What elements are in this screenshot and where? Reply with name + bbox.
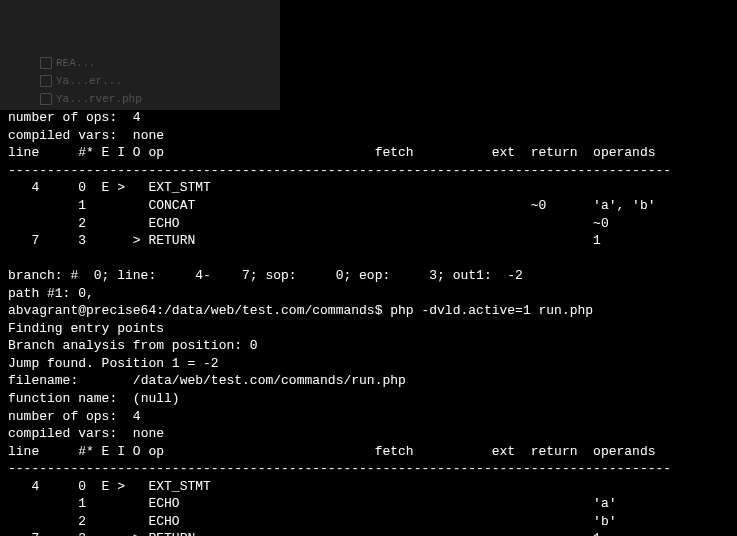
table-header: line #* E I O op fetch ext return operan… bbox=[8, 145, 656, 160]
opcode-row: 2 ECHO ~0 bbox=[8, 216, 609, 231]
jump-line: Jump found. Position 1 = -2 bbox=[8, 356, 219, 371]
branch-analysis-line: Branch analysis from position: 0 bbox=[8, 338, 258, 353]
command-line: abvagrant@precise64:/data/web/test.com/c… bbox=[8, 303, 593, 318]
file-item: Ya...er... bbox=[40, 74, 122, 89]
divider: ----------------------------------------… bbox=[8, 461, 671, 476]
opcode-row: 4 0 E > EXT_STMT bbox=[8, 180, 211, 195]
opcode-row: 7 3 > RETURN 1 bbox=[8, 531, 601, 536]
finding-line: Finding entry points bbox=[8, 321, 164, 336]
compiled-vars-value: none bbox=[133, 128, 164, 143]
path-line: path #1: 0, bbox=[8, 286, 94, 301]
file-icon bbox=[40, 57, 52, 69]
opcode-row: 2 ECHO 'b' bbox=[8, 514, 617, 529]
divider: ----------------------------------------… bbox=[8, 163, 671, 178]
num-ops-value: 4 bbox=[133, 409, 141, 424]
funcname-label: function name: bbox=[8, 391, 117, 406]
compiled-vars-value: none bbox=[133, 426, 164, 441]
filename-label: filename: bbox=[8, 373, 78, 388]
file-label: REA... bbox=[56, 56, 96, 71]
file-label: Ya...rver.php bbox=[56, 92, 142, 107]
file-icon bbox=[40, 93, 52, 105]
file-icon bbox=[40, 75, 52, 87]
sidebar-overlay: REA... Ya...er... Ya...rver.php bbox=[0, 0, 280, 110]
opcode-row: 1 ECHO 'a' bbox=[8, 496, 617, 511]
opcode-row: 7 3 > RETURN 1 bbox=[8, 233, 601, 248]
filename-value: /data/web/test.com/commands/run.php bbox=[133, 373, 406, 388]
table-header: line #* E I O op fetch ext return operan… bbox=[8, 444, 656, 459]
compiled-vars-label: compiled vars: bbox=[8, 426, 117, 441]
terminal-output[interactable]: number of ops: 4 compiled vars: none lin… bbox=[8, 109, 729, 536]
file-item: Ya...rver.php bbox=[40, 92, 142, 107]
funcname-value: (null) bbox=[133, 391, 180, 406]
file-label: Ya...er... bbox=[56, 74, 122, 89]
branch-line: branch: # 0; line: 4- 7; sop: 0; eop: 3;… bbox=[8, 268, 523, 283]
opcode-row: 1 CONCAT ~0 'a', 'b' bbox=[8, 198, 656, 213]
num-ops-label: number of ops: bbox=[8, 110, 117, 125]
file-item: REA... bbox=[40, 56, 96, 71]
compiled-vars-label: compiled vars: bbox=[8, 128, 117, 143]
num-ops-value: 4 bbox=[133, 110, 141, 125]
opcode-row: 4 0 E > EXT_STMT bbox=[8, 479, 211, 494]
num-ops-label: number of ops: bbox=[8, 409, 117, 424]
